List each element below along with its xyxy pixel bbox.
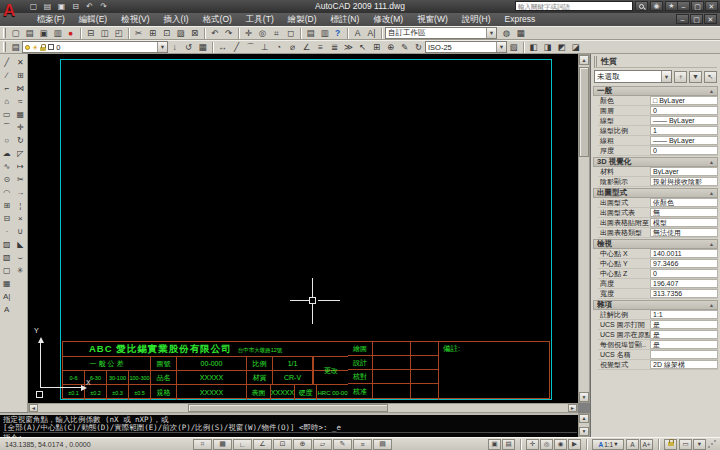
selection-combobox[interactable]: 未選取▼: [594, 70, 672, 83]
scale-icon[interactable]: ◸: [14, 147, 27, 160]
property-value[interactable]: 是: [650, 330, 718, 339]
move-icon[interactable]: ✛: [14, 121, 27, 134]
undo-icon[interactable]: ↶: [208, 27, 221, 40]
property-value[interactable]: [650, 350, 718, 359]
property-value[interactable]: 無法使用: [650, 228, 718, 237]
scroll-up-arrow[interactable]: ▲: [579, 55, 589, 65]
dim-continue-icon[interactable]: ≫: [342, 41, 355, 54]
toggle-pickadd-icon[interactable]: ＋: [674, 71, 687, 83]
polar-toggle[interactable]: ∠: [253, 439, 272, 450]
trim-icon[interactable]: ✂: [14, 173, 27, 186]
menu-item[interactable]: 檢視(V): [114, 14, 156, 26]
workspace-settings-icon[interactable]: ◍: [500, 27, 513, 40]
section-header-view[interactable]: 檢視▲: [593, 239, 718, 249]
mdi-minimize-button[interactable]: –: [676, 14, 689, 24]
qp-toggle[interactable]: ▤: [373, 439, 392, 450]
make-layer-current-icon[interactable]: ↓: [168, 41, 181, 54]
layer-manager-icon[interactable]: ▤: [9, 41, 22, 54]
zoom-realtime-icon[interactable]: ◎: [256, 27, 269, 40]
dim-arc-icon[interactable]: ⌒: [244, 41, 257, 54]
status-zoom-icon[interactable]: ◎: [540, 439, 553, 450]
property-value[interactable]: 是: [650, 320, 718, 329]
property-value[interactable]: 是: [650, 340, 718, 349]
annotation-autoscale-icon[interactable]: A+: [640, 439, 653, 450]
open-icon[interactable]: ▤: [23, 27, 36, 40]
dim-aligned-icon[interactable]: ╱: [230, 41, 243, 54]
workspace-save-icon[interactable]: ▦: [514, 27, 527, 40]
dim-diameter-icon[interactable]: ⌀: [286, 41, 299, 54]
gradient-icon[interactable]: ▧: [0, 251, 13, 264]
property-value[interactable]: 97.3466: [650, 259, 718, 268]
layer-combobox[interactable]: ☀ 0 ▼: [22, 41, 168, 53]
chevron-down-icon[interactable]: ▼: [486, 28, 496, 38]
drawing-canvas[interactable]: ABC 愛比錫實業股份有限公司 台中市大墩路12號 一 般 公 差 圖號 00-…: [28, 54, 578, 403]
property-value[interactable]: —— ByLayer: [650, 136, 718, 145]
menu-item[interactable]: 格式(O): [196, 14, 239, 26]
property-value[interactable]: 0: [650, 146, 718, 155]
toolbar-lock-icon[interactable]: [664, 439, 677, 450]
menu-item[interactable]: 插入(I): [157, 14, 196, 26]
dim-radius-icon[interactable]: ◔: [272, 41, 285, 54]
mirror-icon[interactable]: ⋈: [14, 82, 27, 95]
extend-icon[interactable]: →: [14, 186, 27, 199]
property-value[interactable]: 依顏色: [650, 198, 718, 207]
block-editor-icon[interactable]: ⊠: [188, 27, 201, 40]
mdi-close-button[interactable]: ✕: [704, 14, 717, 24]
property-value[interactable]: 1:1: [650, 310, 718, 319]
viewports-icon[interactable]: ◧: [527, 41, 540, 54]
snap-toggle[interactable]: ⌗: [193, 439, 212, 450]
center-mark-icon[interactable]: ⊕: [384, 41, 397, 54]
chamfer-icon[interactable]: ◣: [14, 238, 27, 251]
redo-icon[interactable]: ↷: [222, 27, 235, 40]
scroll-left-arrow[interactable]: ◄: [29, 404, 38, 412]
layer-previous-icon[interactable]: ↺: [182, 41, 195, 54]
qat-redo-icon[interactable]: ↷: [98, 1, 109, 12]
copy-object-icon[interactable]: ⊞: [14, 69, 27, 82]
annotation-visibility-icon[interactable]: A: [626, 439, 639, 450]
menu-item[interactable]: Express: [498, 14, 543, 26]
toolbar-grip[interactable]: [3, 42, 6, 52]
quick-select-icon[interactable]: ▼: [689, 71, 702, 83]
array-icon[interactable]: ▦: [14, 108, 27, 121]
qat-open-icon[interactable]: ▤: [42, 1, 53, 12]
status-pan-icon[interactable]: ✛: [526, 439, 539, 450]
mtext-style-icon[interactable]: A|: [365, 27, 378, 40]
search-icon[interactable]: [635, 1, 648, 11]
mdi-restore-button[interactable]: ▢: [690, 14, 703, 24]
match-properties-icon[interactable]: ▨: [174, 27, 187, 40]
offset-icon[interactable]: ≈: [14, 95, 27, 108]
layer-states-icon[interactable]: ▦: [196, 41, 209, 54]
ortho-toggle[interactable]: ∟: [233, 439, 252, 450]
property-value[interactable]: 1: [650, 126, 718, 135]
point-icon[interactable]: ·: [0, 225, 13, 238]
line-icon[interactable]: ╱: [0, 56, 13, 69]
qat-new-icon[interactable]: ▢: [28, 1, 39, 12]
construction-line-icon[interactable]: ∕: [0, 69, 13, 82]
pan-icon[interactable]: ✛: [242, 27, 255, 40]
designcenter-icon[interactable]: ▥: [318, 27, 331, 40]
erase-icon[interactable]: ✕: [14, 56, 27, 69]
property-value[interactable]: —— ByLayer: [650, 116, 718, 125]
text-style-icon[interactable]: A: [351, 27, 364, 40]
section-header-misc[interactable]: 雜項▲: [593, 300, 718, 310]
autocad-logo-icon[interactable]: A: [3, 0, 23, 24]
vport-join-icon[interactable]: ◩: [555, 41, 568, 54]
rotate-icon[interactable]: ↻: [14, 134, 27, 147]
explode-icon[interactable]: ✳: [14, 264, 27, 277]
dim-update-icon[interactable]: ↻: [412, 41, 425, 54]
property-value[interactable]: 2D 線架構: [650, 360, 718, 369]
vertical-scrollbar[interactable]: ▲ ▼: [578, 54, 590, 403]
scroll-down-arrow[interactable]: ▼: [579, 392, 589, 402]
model-button[interactable]: ▣: [488, 439, 501, 450]
property-value[interactable]: 0: [650, 106, 718, 115]
minimize-button[interactable]: –: [677, 1, 690, 11]
plot-icon[interactable]: ⊟: [84, 27, 97, 40]
menu-item[interactable]: 檔案(F): [30, 14, 72, 26]
menu-item[interactable]: 視窗(W): [410, 14, 455, 26]
revcloud-icon[interactable]: ☁: [0, 147, 13, 160]
dyn-toggle[interactable]: ✎: [333, 439, 352, 450]
menu-item[interactable]: 繪製(D): [281, 14, 324, 26]
property-value[interactable]: ByLayer: [650, 167, 718, 176]
new-icon[interactable]: ▢: [9, 27, 22, 40]
properties-icon[interactable]: ▤: [304, 27, 317, 40]
